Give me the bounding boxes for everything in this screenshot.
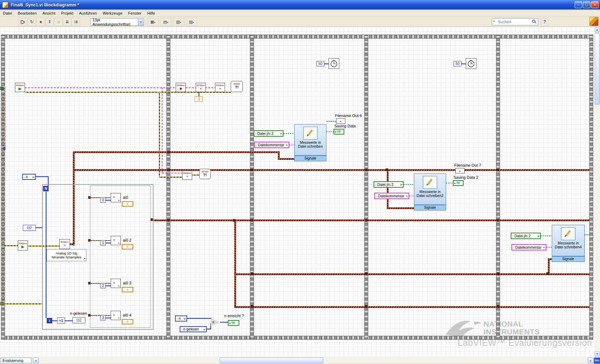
signale-input-row[interactable]: Signale [414, 205, 446, 211]
loop-count-terminal[interactable]: N [43, 186, 49, 191]
menu-projekt[interactable]: Projekt [58, 10, 76, 16]
n-gelesen-label: n gelesen [183, 327, 199, 331]
index-constant[interactable]: 3 [100, 315, 106, 320]
maximize-button[interactable]: □ [583, 1, 590, 8]
pause-button[interactable]: ‖ [45, 18, 54, 26]
dateikommentar-control[interactable]: ⌂ Dateikommentar ▸ [511, 244, 546, 251]
i32-constant[interactable]: I32 [23, 225, 36, 231]
daqmx-clear-task-vi[interactable]: DAQmx × [196, 83, 206, 92]
run-button[interactable]: ▶ [19, 18, 27, 26]
filename-out-indicator[interactable]: ▸ [455, 168, 465, 173]
arrow-icon: ▸ [118, 284, 120, 287]
write-measurement-file-vi-2[interactable]: Messwerte in Datei schreiben2 [414, 173, 446, 205]
wait-ms-vi[interactable] [466, 58, 476, 69]
distribute-objects-button[interactable]: ▤▾ [160, 18, 171, 26]
menu-werkzeuge[interactable]: Werkzeuge [100, 10, 125, 16]
scroll-right-button[interactable]: ▸ [588, 358, 594, 363]
search-input[interactable] [492, 18, 538, 25]
wait-ms-constant[interactable]: 50 [454, 61, 461, 66]
search-scope-icon[interactable]: ▾ [493, 20, 495, 23]
inner-structure[interactable] [90, 186, 151, 328]
wire-junction [497, 272, 499, 275]
n-control-label: n [26, 175, 28, 179]
increment-node[interactable]: +1 [57, 317, 65, 324]
datei-jn-control[interactable]: ⌂ Datei j/n 2 ▸ [374, 181, 404, 188]
convert-to-dynamic-icon[interactable]: ≈▸ [111, 279, 121, 288]
n-control-label: n [179, 317, 181, 320]
help-button[interactable]: ? [541, 18, 549, 26]
waveform-indicator[interactable]: ≈ [122, 244, 133, 249]
index-constant[interactable]: 1 [100, 240, 106, 246]
vertical-scroll-thumb[interactable] [595, 33, 600, 105]
execution-target-selector[interactable]: Evaluierung [1, 358, 31, 363]
saving-data-indicator[interactable]: ▸ TF [453, 180, 464, 186]
scroll-up-button[interactable]: ▲ [595, 27, 600, 32]
wire-junction [167, 151, 170, 153]
wait-ms-vi[interactable] [329, 58, 339, 69]
menu-ausfuehren[interactable]: Ausführen [76, 10, 100, 16]
daqmx-start-task-vi[interactable]: DAQmx ▶ [15, 83, 25, 92]
reorder-objects-button[interactable]: ▨▾ [186, 18, 197, 26]
simple-error-handler-vi[interactable]: error ?! [199, 169, 211, 179]
filename-out-indicator[interactable]: ▸ [336, 118, 345, 124]
n-gelesen-control[interactable]: ⌂ n gelesen ▸ [180, 326, 207, 332]
daqmx-read-polymorphic-vi[interactable]: DAQmx ≈ [59, 239, 70, 249]
waveform-icon: ≈ [219, 87, 221, 91]
align-objects-button[interactable]: ▦▾ [147, 18, 159, 26]
menu-datei[interactable]: Datei [0, 10, 15, 16]
convert-to-dynamic-icon[interactable]: ≈▸ [111, 193, 121, 202]
neg1-constant[interactable]: -1 [195, 96, 202, 102]
convert-to-dynamic-icon[interactable]: ≈▸ [111, 236, 121, 245]
scroll-left-button[interactable]: ◂ [33, 358, 39, 363]
font-selector[interactable]: 13pt Anwendungsschriftart ▾ [90, 18, 144, 26]
resize-objects-button[interactable]: ▧▾ [173, 18, 184, 26]
sequence-border-top [1, 35, 593, 39]
chevron-down-icon: ▾ [84, 257, 85, 261]
run-continuous-icon: ↻ [30, 19, 34, 24]
menu-fenster[interactable]: Fenster [125, 10, 144, 16]
daqmx-stop-task-vi[interactable]: DAQmx ■ [176, 83, 186, 92]
simple-error-handler-vi[interactable]: error ?! [231, 81, 243, 92]
house-icon: ⌂ [255, 132, 257, 135]
loop-iteration-terminal[interactable]: i [47, 318, 52, 323]
datei-jn-control[interactable]: ⌂ Datei j/n 2 ▸ [254, 130, 284, 137]
n-control[interactable]: ⌂ n ▸ [175, 315, 187, 322]
run-continuous-button[interactable]: ↻ [28, 18, 36, 26]
waveform-indicator[interactable]: ≈ [122, 287, 133, 292]
dateikommentar-control[interactable]: ⌂ Dateikommentar ▸ [374, 193, 409, 199]
abort-icon: ● [39, 19, 42, 24]
daqmx-read-vi[interactable]: DAQmx ≈ [182, 171, 192, 180]
chevron-down-icon: ▾ [154, 21, 155, 24]
close-button[interactable]: × [591, 1, 599, 8]
abort-button[interactable]: ● [36, 18, 45, 26]
index-constant[interactable]: 0 [100, 197, 106, 203]
write-measurement-file-vi-4[interactable]: Messwerte in Datei schreiben4 [552, 225, 585, 256]
dateikommentar-control[interactable]: ⌂ Dateikommentar ▸ [254, 142, 289, 148]
saving-data-indicator[interactable]: ▸ TF [334, 129, 344, 135]
n-reached-indicator[interactable]: ▸ TF [228, 320, 239, 326]
waveform-indicator[interactable]: ≈ [122, 201, 133, 207]
convert-to-dynamic-icon[interactable]: ≈▸ [111, 311, 121, 320]
datei-jn-control[interactable]: ⌂ Datei j/n 2 ▸ [511, 233, 541, 239]
n-control[interactable]: ⌂ n ▸ [22, 174, 36, 180]
write-measurement-file-vi[interactable]: Messwerte in Datei schreiben [294, 124, 326, 156]
n-read-indicator[interactable]: I32 [72, 317, 85, 323]
polymorphic-selector[interactable]: Analog 1D Sig NKanäle NSamples ▾ [46, 249, 86, 261]
step-into-button[interactable]: ⇊ [63, 18, 71, 26]
daqmx-read-vi[interactable]: DAQmx ▶ [18, 241, 28, 251]
scroll-down-button[interactable]: ▼ [595, 351, 600, 357]
signale-input-row[interactable]: Signale [294, 156, 326, 161]
arrow-icon: ▸ [286, 143, 288, 147]
menu-bearbeiten[interactable]: Bearbeiten [15, 10, 40, 16]
menu-ansicht[interactable]: Ansicht [40, 10, 58, 16]
step-over-button[interactable]: ⇉ [71, 18, 80, 26]
daqmx-timing-vi[interactable]: DAQmx ≈ [215, 83, 225, 92]
horizontal-scroll-thumb[interactable] [220, 358, 323, 363]
index-constant[interactable]: 2 [100, 283, 106, 288]
wait-ms-constant[interactable]: 50 [316, 61, 324, 66]
waveform-indicator[interactable]: ≈ [122, 319, 133, 324]
highlight-execution-button[interactable]: ☼ [54, 18, 63, 26]
minimize-button[interactable]: – [575, 1, 582, 8]
signale-input-row[interactable]: Signale [552, 256, 585, 262]
menu-hilfe[interactable]: Hilfe [144, 10, 158, 16]
